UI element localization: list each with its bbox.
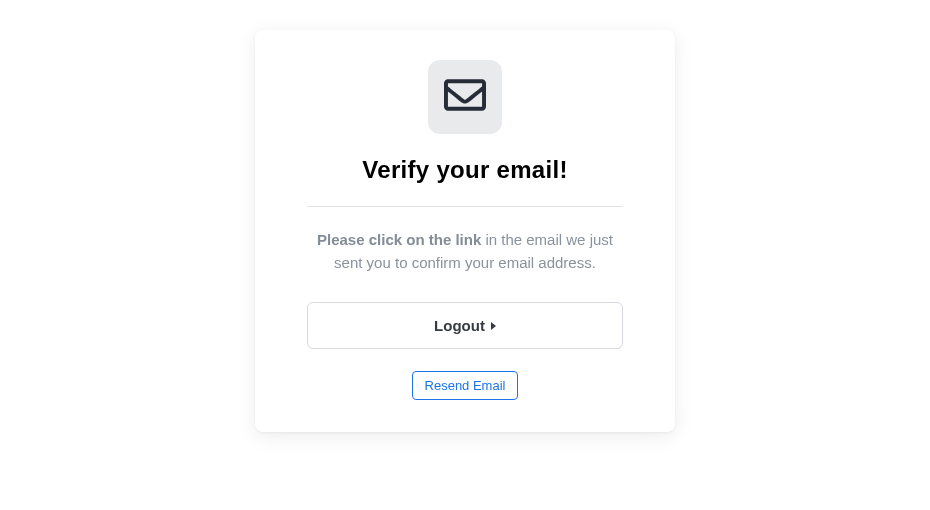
page-title: Verify your email! [307, 156, 623, 184]
verify-message-bold: Please click on the link [317, 231, 481, 248]
verify-message: Please click on the link in the email we… [307, 229, 623, 274]
logout-button[interactable]: Logout [307, 302, 623, 349]
logout-button-label: Logout [434, 317, 485, 334]
resend-email-label: Resend Email [425, 378, 506, 393]
resend-email-button[interactable]: Resend Email [412, 371, 519, 400]
verify-email-card: Verify your email! Please click on the l… [255, 30, 675, 432]
divider [307, 206, 623, 207]
envelope-icon [444, 79, 486, 115]
envelope-icon-box [428, 60, 502, 134]
caret-right-icon [491, 322, 496, 330]
